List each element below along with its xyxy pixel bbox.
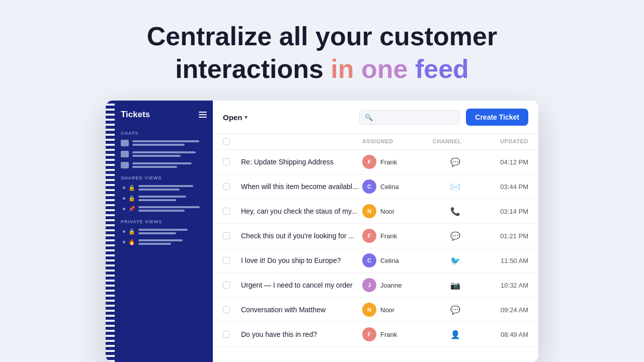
sidebar-chat-3[interactable] (121, 162, 207, 168)
sidebar-header: Tickets (121, 110, 207, 120)
chat-lines (132, 162, 207, 168)
view-line (138, 243, 171, 245)
shared-view-2[interactable]: 🔒 (121, 195, 207, 202)
view-lines (138, 196, 207, 201)
table-row[interactable]: Urgent — I need to cancel my order J Joa… (213, 273, 538, 298)
assignee-cell: N Noor (362, 204, 433, 218)
avatar: F (362, 229, 376, 243)
updated-time: 03:44 PM (478, 183, 528, 191)
sidebar-chat-1[interactable] (121, 140, 207, 146)
assignee-cell: F Frank (362, 229, 433, 243)
view-line (138, 185, 193, 187)
view-lines (138, 206, 207, 212)
assignee-name: Celina (380, 257, 399, 264)
assignee-name: Noor (380, 208, 394, 215)
row-checkbox[interactable] (223, 282, 230, 289)
channel-cell: 🐦 (433, 256, 478, 265)
view-line (138, 206, 200, 208)
table-row[interactable]: Conversation with Matthew N Noor 💬 09:24… (213, 298, 538, 322)
table-row[interactable]: When will this item become availabl... C… (213, 174, 538, 199)
chat-icon: 💬 (450, 157, 460, 167)
create-ticket-button[interactable]: Create Ticket (466, 109, 528, 126)
chat-lines (132, 151, 207, 157)
assignee-name: Celina (380, 183, 399, 191)
assignee-cell: F Frank (362, 327, 433, 341)
sidebar: Tickets CHATS (115, 101, 213, 362)
status-dropdown[interactable]: Open ▾ (223, 113, 248, 122)
ticket-subject: When will this item become availabl... (241, 183, 362, 191)
row-checkbox[interactable] (223, 232, 230, 239)
search-icon: 🔍 (365, 114, 373, 121)
messenger-icon: 💬 (450, 231, 460, 241)
private-view-1[interactable]: 🔒 (121, 228, 207, 235)
channel-cell: 💬 (433, 305, 478, 315)
assignee-cell: C Celina (362, 179, 433, 194)
chat-line (132, 140, 199, 142)
sidebar-menu-button[interactable] (199, 112, 207, 118)
search-input[interactable] (375, 114, 454, 121)
assignee-cell: F Frank (362, 155, 433, 169)
search-box[interactable]: 🔍 (359, 110, 460, 125)
assignee-cell: C Celina (362, 253, 433, 267)
lock-icon: 🔒 (128, 195, 135, 202)
view-line (138, 199, 176, 201)
assignee-name: Noor (380, 306, 394, 314)
chat-icon (121, 151, 129, 157)
row-checkbox-cell (223, 257, 241, 264)
channel-cell: 💬 (433, 231, 478, 241)
sidebar-chat-2[interactable] (121, 151, 207, 157)
row-checkbox[interactable] (223, 257, 230, 264)
row-checkbox[interactable] (223, 208, 230, 215)
menu-line-3 (199, 117, 207, 118)
main-header: Open ▾ 🔍 Create Ticket (213, 101, 538, 134)
assignee-cell: N Noor (362, 303, 433, 317)
table-row[interactable]: Do you have this in red? F Frank 👤 08:49… (213, 322, 538, 347)
phone-icon: 📞 (450, 207, 460, 216)
updated-time: 04:12 PM (478, 158, 528, 166)
sidebar-title: Tickets (121, 110, 150, 120)
view-line (138, 196, 186, 198)
app-window: Tickets CHATS (106, 101, 538, 362)
chat-line (132, 151, 196, 153)
table-row[interactable]: Re: Update Shipping Address F Frank 💬 04… (213, 150, 538, 174)
facebook-icon: 👤 (450, 330, 460, 339)
row-checkbox[interactable] (223, 183, 230, 190)
assignee-cell: J Joanne (362, 278, 433, 292)
hero-in: in (331, 54, 354, 83)
chat-line (132, 144, 185, 146)
ticket-subject: I love it! Do you ship to Europe? (241, 256, 362, 264)
header-subject (241, 138, 362, 145)
table-row[interactable]: Hey, can you check the staus of my... N … (213, 199, 538, 224)
assignee-name: Frank (380, 158, 397, 166)
private-section-label: PRIVATE VIEWS (121, 219, 207, 224)
view-line (138, 229, 188, 231)
row-checkbox[interactable] (223, 158, 230, 165)
select-all-checkbox[interactable] (223, 138, 230, 145)
fire-icon: 🔥 (128, 239, 135, 245)
pin-icon: 📌 (128, 206, 135, 212)
table-row[interactable]: Check this out if you're looking for ...… (213, 224, 538, 248)
row-checkbox-cell (223, 208, 241, 215)
shared-view-1[interactable]: 🔒 (121, 185, 207, 191)
avatar: F (362, 327, 376, 341)
row-checkbox[interactable] (223, 306, 230, 313)
email-icon: ✉️ (450, 182, 460, 192)
chat-icon (121, 140, 129, 146)
row-checkbox[interactable] (223, 331, 230, 338)
hero-section: Centralize all your customer interaction… (147, 20, 497, 85)
lock-icon: 🔒 (128, 228, 135, 235)
dot-icon (123, 230, 125, 233)
table-row[interactable]: I love it! Do you ship to Europe? C Celi… (213, 248, 538, 273)
hero-feed: feed (415, 54, 469, 83)
shared-section-label: SHARED VIEWS (121, 175, 207, 180)
updated-time: 08:49 AM (478, 331, 528, 338)
instagram-icon: 📷 (450, 281, 460, 290)
ticket-subject: Re: Update Shipping Address (241, 158, 362, 166)
ticket-subject: Conversation with Matthew (241, 306, 362, 314)
twitter-icon: 🐦 (450, 256, 460, 265)
hero-line2: interactions in one feed (147, 53, 497, 85)
avatar: C (362, 179, 376, 194)
private-view-2[interactable]: 🔥 (121, 239, 207, 245)
assignee-name: Frank (380, 331, 397, 338)
shared-view-3[interactable]: 📌 (121, 206, 207, 212)
